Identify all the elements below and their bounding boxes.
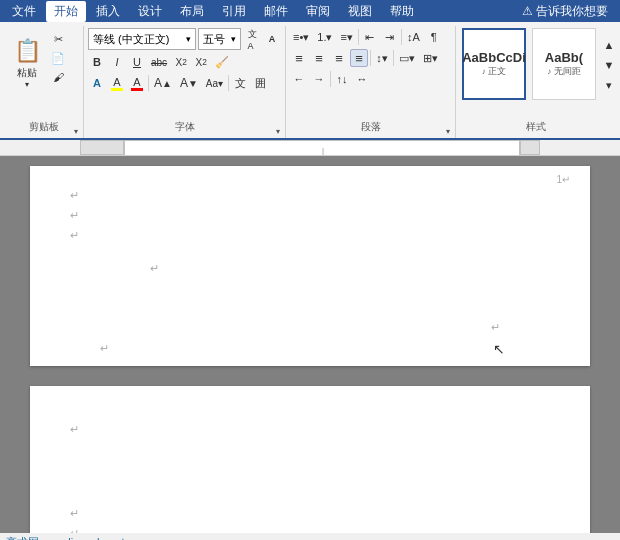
- style-normal-preview: AaBbCcDi: [462, 50, 526, 65]
- font-label: 字体: [84, 118, 285, 136]
- para-row2: ≡ ≡ ≡ ≡ ↕▾ ▭▾ ⊞▾: [290, 48, 451, 68]
- ruler-inner: |: [124, 140, 520, 155]
- font-color-button[interactable]: A: [128, 74, 146, 92]
- menu-references[interactable]: 引用: [214, 1, 254, 22]
- menu-help[interactable]: 帮助: [382, 1, 422, 22]
- paragraph-label: 段落: [286, 118, 455, 136]
- watermark-bar: 亮术网 www.liangshunet.com: [0, 533, 620, 540]
- page-1-number: 1↵: [556, 174, 570, 185]
- styles-label: 样式: [456, 118, 616, 136]
- format-painter-button[interactable]: 🖌: [48, 68, 68, 86]
- font-size-selector[interactable]: 五号 ▾: [198, 28, 241, 50]
- menu-review[interactable]: 审阅: [298, 1, 338, 22]
- bold-button[interactable]: B: [88, 53, 106, 71]
- style-normal-label: ♪ 正文: [482, 65, 507, 78]
- underline-button[interactable]: U: [128, 53, 146, 71]
- sort-button[interactable]: ↕A: [404, 28, 423, 46]
- para-extra2-button[interactable]: ↔: [353, 70, 371, 88]
- para-mark-3: ↵: [70, 226, 550, 246]
- style-nospacing-preview: AaBb(: [545, 50, 583, 65]
- justify-button[interactable]: ≡: [350, 49, 368, 67]
- cut-button[interactable]: ✂: [48, 30, 68, 48]
- multilevel-button[interactable]: ≡▾: [337, 28, 355, 46]
- paste-button[interactable]: 📋 粘贴 ▾: [8, 26, 46, 100]
- style-normal[interactable]: AaBbCcDi ♪ 正文: [462, 28, 526, 100]
- menu-mailings[interactable]: 邮件: [256, 1, 296, 22]
- menu-home[interactable]: 开始: [46, 1, 86, 22]
- italic-button[interactable]: I: [108, 53, 126, 71]
- style-nospacing-label: ♪ 无间距: [547, 65, 581, 78]
- menu-view[interactable]: 视图: [340, 1, 380, 22]
- para-expand[interactable]: ▾: [443, 126, 453, 136]
- para-row3: ← → ↑↓ ↔: [290, 69, 451, 90]
- clear-format-button[interactable]: 🧹: [212, 53, 232, 71]
- show-marks-button[interactable]: ¶: [425, 28, 443, 46]
- para-mark-1: ↵: [70, 186, 550, 206]
- change-case-button[interactable]: Aa▾: [203, 74, 226, 92]
- para-mark-4: ↵: [150, 259, 550, 279]
- paragraph-group: ≡•▾ 1.▾ ≡▾ ⇤ ⇥ ↕A ¶ ≡ ≡ ≡ ≡ ↕▾: [286, 26, 456, 138]
- para-extra1-button[interactable]: ↑↓: [333, 70, 351, 88]
- font-group: 等线 (中文正文) ▾ 五号 ▾ 文A A B I U abc: [84, 26, 286, 138]
- decrease-indent-button[interactable]: ⇤: [361, 28, 379, 46]
- font-dialog-toggle[interactable]: A: [263, 30, 281, 48]
- shading-button[interactable]: ▭▾: [396, 49, 418, 67]
- increase-indent-button[interactable]: ⇥: [381, 28, 399, 46]
- ruler: |: [0, 140, 620, 156]
- numbering-button[interactable]: 1.▾: [314, 28, 335, 46]
- menu-file[interactable]: 文件: [4, 1, 44, 22]
- menu-bar: 文件 开始 插入 设计 布局 引用 邮件 审阅 视图 帮助 ⚠ 告诉我你想要: [0, 0, 620, 22]
- cursor-pos: ↵: [491, 321, 500, 334]
- para-mark-p2-1: ↵: [70, 420, 550, 440]
- styles-scroll-up[interactable]: ▲: [600, 36, 618, 54]
- para-mark-p2-2: ↵: [70, 504, 550, 524]
- borders-button[interactable]: ⊞▾: [420, 49, 441, 67]
- copy-button[interactable]: 📄: [48, 49, 68, 67]
- strikethrough-button[interactable]: abc: [148, 53, 170, 71]
- font-name-selector[interactable]: 等线 (中文正文) ▾: [88, 28, 196, 50]
- align-right-button[interactable]: ≡: [330, 49, 348, 67]
- page-2: ↵ ↵ ↵ ↵: [30, 386, 590, 540]
- phonetic-guide-button[interactable]: 文: [231, 74, 249, 92]
- shrink-font-button[interactable]: A▼: [177, 74, 201, 92]
- document-area[interactable]: 1↵ ↵ ↵ ↵ ↵ ↵ ↵ ↖ ↵ ↵ ↵ ↵ 亮术网 www.liangsh…: [0, 156, 620, 540]
- page-1: 1↵ ↵ ↵ ↵ ↵ ↵ ↵ ↖: [30, 166, 590, 366]
- indent-inc2-button[interactable]: →: [310, 70, 328, 88]
- para-mark-2: ↵: [70, 206, 550, 226]
- align-left-button[interactable]: ≡: [290, 49, 308, 67]
- notify-bar[interactable]: ⚠ 告诉我你想要: [514, 1, 616, 22]
- align-center-button[interactable]: ≡: [310, 49, 328, 67]
- clipboard-group: 📋 粘贴 ▾ ✂ 📄 🖌 剪贴板 ▾: [4, 26, 84, 138]
- bullets-button[interactable]: ≡•▾: [290, 28, 312, 46]
- menu-design[interactable]: 设计: [130, 1, 170, 22]
- styles-scroll-down[interactable]: ▼: [600, 56, 618, 74]
- indent-dec2-button[interactable]: ←: [290, 70, 308, 88]
- highlight-button[interactable]: A: [108, 74, 126, 92]
- font-expand[interactable]: ▾: [273, 126, 283, 136]
- font-type-toggle[interactable]: 文A: [243, 30, 261, 48]
- subscript-button[interactable]: X2: [172, 53, 190, 71]
- font-row1: 等线 (中文正文) ▾ 五号 ▾ 文A A: [88, 26, 281, 51]
- grow-font-button[interactable]: A▲: [151, 74, 175, 92]
- styles-more[interactable]: ▾: [600, 76, 618, 94]
- menu-insert[interactable]: 插入: [88, 1, 128, 22]
- para-mark-5: ↵: [100, 339, 550, 359]
- enclosed-char-button[interactable]: 囲: [251, 74, 269, 92]
- menu-layout[interactable]: 布局: [172, 1, 212, 22]
- para-row1: ≡•▾ 1.▾ ≡▾ ⇤ ⇥ ↕A ¶: [290, 26, 451, 47]
- ribbon-container: 文件 开始 插入 设计 布局 引用 邮件 审阅 视图 帮助 ⚠ 告诉我你想要 📋…: [0, 0, 620, 140]
- styles-group: AaBbCcDi ♪ 正文 AaBb( ♪ 无间距 ▲ ▼ ▾: [456, 26, 616, 138]
- font-row2: B I U abc X2 X2 🧹: [88, 52, 281, 72]
- style-no-spacing[interactable]: AaBb( ♪ 无间距: [532, 28, 596, 100]
- text-effect-button[interactable]: A: [88, 74, 106, 92]
- superscript-button[interactable]: X2: [192, 53, 210, 71]
- ribbon-toolbar: 📋 粘贴 ▾ ✂ 📄 🖌 剪贴板 ▾: [0, 22, 620, 140]
- font-row3: A A A A▲ A▼: [88, 73, 281, 94]
- watermark-text: 亮术网 www.liangshunet.com: [6, 535, 148, 541]
- line-spacing-button[interactable]: ↕▾: [373, 49, 391, 67]
- clipboard-expand[interactable]: ▾: [71, 126, 81, 136]
